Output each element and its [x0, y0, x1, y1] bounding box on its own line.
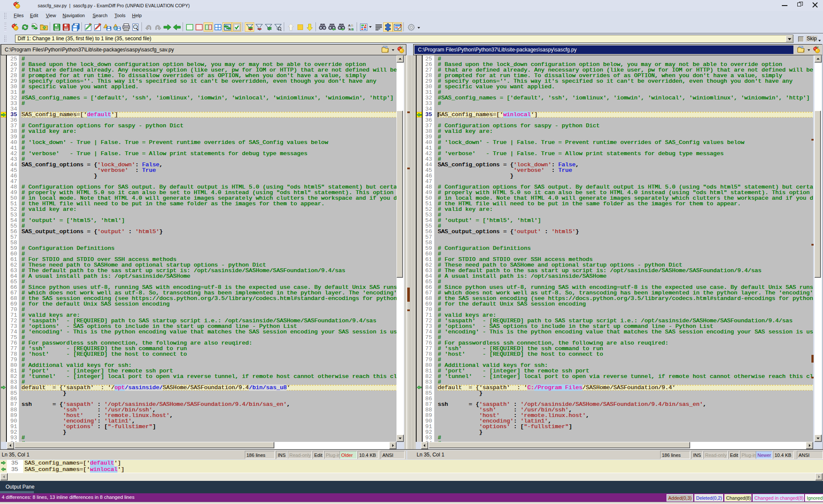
svg-text:A: A: [348, 24, 351, 27]
svg-text:B: B: [351, 24, 353, 27]
svg-text:B: B: [351, 27, 354, 31]
